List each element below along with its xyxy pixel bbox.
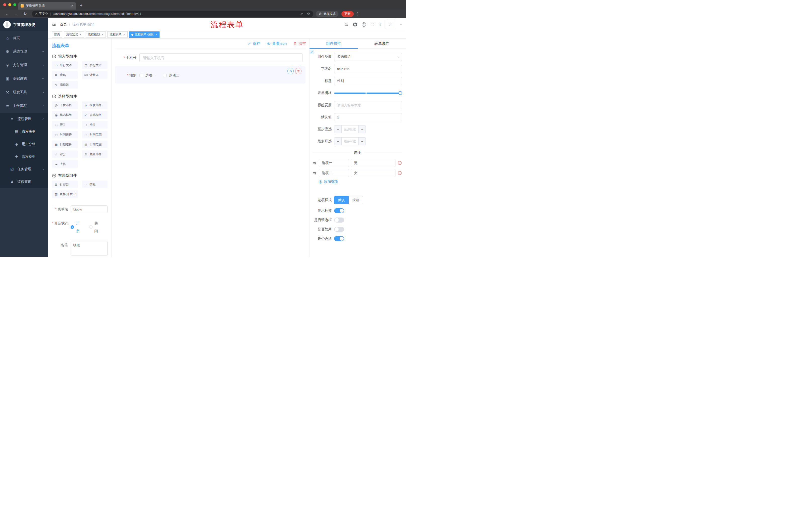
sidebar-item-infra[interactable]: ▣ 基础设施 — [0, 72, 48, 85]
palette-item-counter[interactable]: 123计数器 — [82, 71, 108, 79]
passwords-key-icon[interactable] — [300, 12, 304, 16]
palette-item-slider[interactable]: ⊸滑块 — [82, 121, 108, 129]
form-name-input[interactable] — [70, 206, 108, 213]
sidebar-item-system[interactable]: ⚙ 系统管理 — [0, 45, 48, 58]
delete-field-button[interactable] — [295, 68, 301, 74]
sidebar-item-devtools[interactable]: ⚒ 研发工具 — [0, 85, 48, 99]
sidebar-item-process-model[interactable]: ✈ 流程模型 — [0, 151, 48, 163]
palette-item-multi-text[interactable]: ▤多行文本 — [82, 61, 108, 69]
field-phone[interactable]: 手机号 — [115, 53, 306, 62]
clear-button[interactable]: 清空 — [293, 41, 306, 46]
required-switch[interactable] — [334, 236, 344, 241]
palette-item-password[interactable]: ✱密码 — [52, 71, 78, 79]
close-icon[interactable]: × — [123, 33, 125, 36]
option-1-name-input[interactable] — [319, 159, 349, 167]
security-indicator[interactable]: ⚠ 不安全 — [35, 12, 49, 16]
avatar[interactable] — [386, 20, 395, 29]
tag-process-form-edit[interactable]: 流程表单-编辑× — [129, 31, 160, 38]
panel-collapse-link-button[interactable] — [310, 50, 314, 54]
browser-menu-button[interactable]: ⋮ — [354, 11, 361, 16]
window-minimize-button[interactable] — [8, 3, 11, 6]
decrement-button[interactable]: − — [335, 126, 342, 133]
gender-option-2[interactable]: 选项二 — [163, 73, 179, 78]
component-type-select[interactable]: 多选框组 — [334, 53, 402, 61]
max-select-value[interactable]: 最多可选 — [342, 138, 358, 145]
drag-handle-icon[interactable] — [313, 171, 317, 175]
palette-item-upload[interactable]: ☁上传 — [52, 160, 78, 168]
gender-option-1[interactable]: 选项一 — [140, 73, 156, 78]
palette-item-rate[interactable]: ☆评分 — [52, 151, 78, 158]
browser-update-button[interactable]: 更新 — [342, 11, 354, 17]
palette-item-color-picker[interactable]: ⊛颜色选择 — [82, 151, 108, 158]
palette-item-date-picker[interactable]: ▦日期选择 — [52, 141, 78, 148]
sidebar-item-payment[interactable]: ¥ 支付管理 — [0, 58, 48, 72]
fullscreen-icon[interactable] — [370, 22, 375, 27]
palette-item-editor[interactable]: ✎编辑器 — [52, 81, 78, 88]
checkbox-box[interactable] — [163, 74, 167, 77]
tag-process-form[interactable]: 流程表单× — [107, 31, 127, 38]
checkbox-box[interactable] — [140, 74, 143, 77]
search-icon[interactable] — [344, 22, 348, 27]
sidebar-item-home[interactable]: ⌂ 首页 — [0, 31, 48, 45]
sidebar-item-leave-query[interactable]: ♟ 请假查询 — [0, 175, 48, 188]
tag-process-definition[interactable]: 流程定义× — [64, 31, 84, 38]
tag-home[interactable]: 首页 — [52, 31, 62, 38]
close-icon[interactable]: × — [101, 33, 104, 36]
save-button[interactable]: 保存 — [248, 41, 260, 46]
increment-button[interactable]: + — [358, 126, 366, 133]
title-input[interactable] — [334, 77, 402, 85]
sidebar-item-workflow[interactable]: ≣ 工作流程 — [0, 99, 48, 113]
close-icon[interactable]: × — [155, 33, 157, 36]
breadcrumb-home[interactable]: 首页 — [60, 22, 67, 27]
palette-item-time-range[interactable]: ◴时间范围 — [82, 131, 108, 138]
palette-item-checkbox-group[interactable]: ☑多选框组 — [82, 111, 108, 119]
field-name-input[interactable] — [334, 65, 402, 73]
slider-track[interactable] — [334, 92, 402, 94]
address-bar[interactable]: ⚠ 不安全 | dashboard.yudao.iocoder.cn/bpm/m… — [32, 10, 313, 17]
palette-item-date-range[interactable]: ▥日期范围 — [82, 141, 108, 148]
status-radio-off[interactable]: 关闭 — [89, 219, 101, 235]
remove-option-icon[interactable] — [398, 171, 402, 175]
browser-tab[interactable]: 芋道管理系统 × — [18, 2, 76, 9]
palette-item-switch[interactable]: ⊶开关 — [52, 121, 78, 129]
avatar-caret-icon[interactable] — [400, 23, 403, 26]
field-gender-selected[interactable]: 性别 选项一 选项二 — [115, 66, 306, 83]
sidebar-item-task-mgmt[interactable]: ☑ 任务管理 — [0, 163, 48, 175]
form-grid-slider[interactable] — [334, 89, 402, 97]
tab-close-icon[interactable]: × — [71, 4, 74, 8]
remove-option-icon[interactable] — [398, 161, 402, 165]
slider-handle[interactable] — [399, 91, 402, 95]
palette-item-time-picker[interactable]: ◷时间选择 — [52, 131, 78, 138]
sidebar-item-user-group[interactable]: ☻ 用户分组 — [0, 138, 48, 151]
sidebar-item-process-mgmt[interactable]: ≡ 流程管理 — [0, 113, 48, 125]
back-button[interactable]: ← — [2, 11, 11, 17]
bookmark-star-icon[interactable]: ☆ — [307, 11, 310, 16]
style-button-button[interactable]: 按钮 — [349, 196, 363, 204]
palette-item-radio-group[interactable]: ◉单选框组 — [52, 111, 78, 119]
disabled-switch[interactable] — [334, 227, 344, 232]
status-radio-on[interactable]: 开启 — [70, 219, 82, 235]
option-1-value-input[interactable] — [351, 159, 396, 167]
default-value-input[interactable] — [334, 113, 402, 121]
option-2-value-input[interactable] — [351, 169, 396, 177]
label-width-input[interactable] — [334, 101, 402, 109]
tag-process-model[interactable]: 流程模型× — [86, 31, 106, 38]
min-select-value[interactable]: 至少应选 — [342, 126, 358, 133]
new-tab-button[interactable]: + — [80, 3, 83, 8]
phone-input[interactable] — [140, 53, 302, 62]
close-icon[interactable]: × — [79, 33, 82, 36]
palette-item-dropdown[interactable]: ◎下拉选择 — [52, 101, 78, 109]
border-switch[interactable] — [334, 218, 344, 222]
increment-button[interactable]: + — [358, 138, 366, 145]
palette-item-single-text[interactable]: ▭单行文本 — [52, 61, 78, 69]
option-2-name-input[interactable] — [319, 169, 349, 177]
palette-item-cascader[interactable]: ⋔级联选择 — [82, 101, 108, 109]
sidebar-item-process-form[interactable]: ▤ 流程表单 — [0, 125, 48, 138]
copy-field-button[interactable] — [287, 68, 294, 74]
forward-button[interactable]: → — [12, 11, 21, 17]
help-icon[interactable]: ? — [362, 22, 366, 27]
style-default-button[interactable]: 默认 — [334, 196, 349, 204]
drag-handle-icon[interactable] — [313, 161, 317, 165]
view-json-button[interactable]: 查看json — [267, 41, 287, 46]
tab-component-props[interactable]: 组件属性 — [310, 39, 358, 49]
